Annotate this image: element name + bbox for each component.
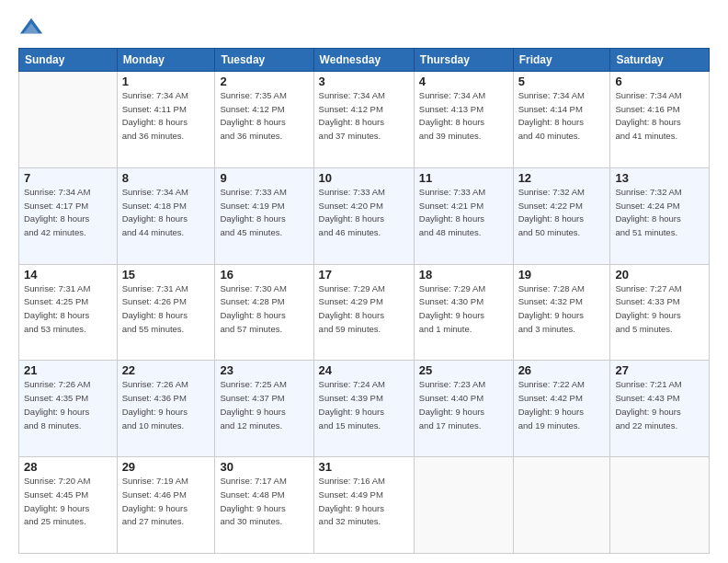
calendar-cell: 22Sunrise: 7:26 AM Sunset: 4:36 PM Dayli… <box>117 361 215 457</box>
calendar-cell <box>513 457 610 554</box>
calendar-cell: 30Sunrise: 7:17 AM Sunset: 4:48 PM Dayli… <box>215 457 313 554</box>
calendar-cell: 28Sunrise: 7:20 AM Sunset: 4:45 PM Dayli… <box>19 457 118 554</box>
calendar-cell: 9Sunrise: 7:33 AM Sunset: 4:19 PM Daylig… <box>215 167 313 264</box>
day-number: 3 <box>319 75 409 88</box>
calendar-cell: 3Sunrise: 7:34 AM Sunset: 4:12 PM Daylig… <box>313 72 414 168</box>
day-info: Sunrise: 7:31 AM Sunset: 4:25 PM Dayligh… <box>24 282 112 337</box>
day-number: 27 <box>615 363 704 377</box>
calendar-cell: 5Sunrise: 7:34 AM Sunset: 4:14 PM Daylig… <box>513 72 610 168</box>
day-number: 20 <box>615 268 704 282</box>
day-info: Sunrise: 7:28 AM Sunset: 4:32 PM Dayligh… <box>518 282 606 337</box>
day-number: 6 <box>615 75 704 88</box>
day-number: 29 <box>122 460 210 474</box>
calendar: SundayMondayTuesdayWednesdayThursdayFrid… <box>18 48 710 554</box>
calendar-header-row: SundayMondayTuesdayWednesdayThursdayFrid… <box>19 49 710 72</box>
day-info: Sunrise: 7:34 AM Sunset: 4:18 PM Dayligh… <box>122 186 210 240</box>
calendar-cell: 29Sunrise: 7:19 AM Sunset: 4:46 PM Dayli… <box>117 457 215 554</box>
day-info: Sunrise: 7:19 AM Sunset: 4:46 PM Dayligh… <box>122 475 210 529</box>
day-info: Sunrise: 7:16 AM Sunset: 4:49 PM Dayligh… <box>319 475 409 529</box>
calendar-cell: 4Sunrise: 7:34 AM Sunset: 4:13 PM Daylig… <box>414 72 513 168</box>
day-info: Sunrise: 7:34 AM Sunset: 4:14 PM Dayligh… <box>518 89 606 144</box>
day-info: Sunrise: 7:24 AM Sunset: 4:39 PM Dayligh… <box>319 378 409 432</box>
day-number: 2 <box>220 75 308 88</box>
calendar-header-tuesday: Tuesday <box>215 49 313 72</box>
calendar-cell: 21Sunrise: 7:26 AM Sunset: 4:35 PM Dayli… <box>19 361 118 457</box>
day-info: Sunrise: 7:34 AM Sunset: 4:12 PM Dayligh… <box>319 89 409 144</box>
calendar-cell: 18Sunrise: 7:29 AM Sunset: 4:30 PM Dayli… <box>414 264 513 361</box>
day-number: 4 <box>419 75 508 88</box>
day-number: 16 <box>220 268 308 282</box>
calendar-header-saturday: Saturday <box>610 49 710 72</box>
day-number: 1 <box>122 75 210 88</box>
calendar-cell: 12Sunrise: 7:32 AM Sunset: 4:22 PM Dayli… <box>513 167 610 264</box>
day-info: Sunrise: 7:33 AM Sunset: 4:19 PM Dayligh… <box>220 186 308 240</box>
day-info: Sunrise: 7:34 AM Sunset: 4:13 PM Dayligh… <box>419 89 508 144</box>
day-info: Sunrise: 7:33 AM Sunset: 4:20 PM Dayligh… <box>319 186 409 240</box>
calendar-week-row: 7Sunrise: 7:34 AM Sunset: 4:17 PM Daylig… <box>19 167 710 264</box>
calendar-cell: 25Sunrise: 7:23 AM Sunset: 4:40 PM Dayli… <box>414 361 513 457</box>
day-number: 8 <box>122 171 210 185</box>
calendar-cell: 7Sunrise: 7:34 AM Sunset: 4:17 PM Daylig… <box>19 167 118 264</box>
day-number: 12 <box>518 171 606 185</box>
calendar-cell: 10Sunrise: 7:33 AM Sunset: 4:20 PM Dayli… <box>313 167 414 264</box>
calendar-cell <box>19 72 118 168</box>
day-number: 13 <box>615 171 704 185</box>
day-number: 15 <box>122 268 210 282</box>
calendar-week-row: 28Sunrise: 7:20 AM Sunset: 4:45 PM Dayli… <box>19 457 710 554</box>
calendar-cell: 19Sunrise: 7:28 AM Sunset: 4:32 PM Dayli… <box>513 264 610 361</box>
calendar-cell: 23Sunrise: 7:25 AM Sunset: 4:37 PM Dayli… <box>215 361 313 457</box>
day-number: 24 <box>319 363 409 377</box>
calendar-cell: 27Sunrise: 7:21 AM Sunset: 4:43 PM Dayli… <box>610 361 710 457</box>
day-info: Sunrise: 7:34 AM Sunset: 4:11 PM Dayligh… <box>122 89 210 144</box>
day-info: Sunrise: 7:27 AM Sunset: 4:33 PM Dayligh… <box>615 282 704 337</box>
day-number: 25 <box>419 363 508 377</box>
day-number: 11 <box>419 171 508 185</box>
calendar-cell <box>414 457 513 554</box>
calendar-week-row: 21Sunrise: 7:26 AM Sunset: 4:35 PM Dayli… <box>19 361 710 457</box>
day-info: Sunrise: 7:20 AM Sunset: 4:45 PM Dayligh… <box>24 475 112 529</box>
day-info: Sunrise: 7:32 AM Sunset: 4:24 PM Dayligh… <box>615 186 704 240</box>
day-info: Sunrise: 7:34 AM Sunset: 4:16 PM Dayligh… <box>615 89 704 144</box>
calendar-cell: 20Sunrise: 7:27 AM Sunset: 4:33 PM Dayli… <box>610 264 710 361</box>
day-number: 9 <box>220 171 308 185</box>
day-number: 10 <box>319 171 409 185</box>
calendar-cell: 6Sunrise: 7:34 AM Sunset: 4:16 PM Daylig… <box>610 72 710 168</box>
calendar-cell: 14Sunrise: 7:31 AM Sunset: 4:25 PM Dayli… <box>19 264 118 361</box>
calendar-header-thursday: Thursday <box>414 49 513 72</box>
calendar-header-wednesday: Wednesday <box>313 49 414 72</box>
calendar-header-sunday: Sunday <box>19 49 118 72</box>
calendar-header-monday: Monday <box>117 49 215 72</box>
day-info: Sunrise: 7:23 AM Sunset: 4:40 PM Dayligh… <box>419 378 508 432</box>
day-info: Sunrise: 7:34 AM Sunset: 4:17 PM Dayligh… <box>24 186 112 240</box>
calendar-cell: 8Sunrise: 7:34 AM Sunset: 4:18 PM Daylig… <box>117 167 215 264</box>
day-number: 26 <box>518 363 606 377</box>
calendar-cell: 1Sunrise: 7:34 AM Sunset: 4:11 PM Daylig… <box>117 72 215 168</box>
day-number: 21 <box>24 363 112 377</box>
day-info: Sunrise: 7:29 AM Sunset: 4:29 PM Dayligh… <box>319 282 409 337</box>
day-number: 17 <box>319 268 409 282</box>
day-number: 28 <box>24 460 112 474</box>
day-number: 18 <box>419 268 508 282</box>
day-info: Sunrise: 7:32 AM Sunset: 4:22 PM Dayligh… <box>518 186 606 240</box>
calendar-cell: 26Sunrise: 7:22 AM Sunset: 4:42 PM Dayli… <box>513 361 610 457</box>
calendar-week-row: 1Sunrise: 7:34 AM Sunset: 4:11 PM Daylig… <box>19 72 710 168</box>
calendar-week-row: 14Sunrise: 7:31 AM Sunset: 4:25 PM Dayli… <box>19 264 710 361</box>
day-info: Sunrise: 7:25 AM Sunset: 4:37 PM Dayligh… <box>220 378 308 432</box>
calendar-cell: 31Sunrise: 7:16 AM Sunset: 4:49 PM Dayli… <box>313 457 414 554</box>
calendar-cell <box>610 457 710 554</box>
day-number: 31 <box>319 460 409 474</box>
calendar-cell: 24Sunrise: 7:24 AM Sunset: 4:39 PM Dayli… <box>313 361 414 457</box>
calendar-cell: 11Sunrise: 7:33 AM Sunset: 4:21 PM Dayli… <box>414 167 513 264</box>
day-number: 7 <box>24 171 112 185</box>
day-number: 14 <box>24 268 112 282</box>
page: SundayMondayTuesdayWednesdayThursdayFrid… <box>0 0 728 563</box>
calendar-header-friday: Friday <box>513 49 610 72</box>
calendar-cell: 13Sunrise: 7:32 AM Sunset: 4:24 PM Dayli… <box>610 167 710 264</box>
logo <box>18 15 48 40</box>
day-number: 5 <box>518 75 606 88</box>
day-info: Sunrise: 7:26 AM Sunset: 4:35 PM Dayligh… <box>24 378 112 432</box>
calendar-cell: 17Sunrise: 7:29 AM Sunset: 4:29 PM Dayli… <box>313 264 414 361</box>
day-number: 30 <box>220 460 308 474</box>
day-info: Sunrise: 7:35 AM Sunset: 4:12 PM Dayligh… <box>220 89 308 144</box>
calendar-cell: 2Sunrise: 7:35 AM Sunset: 4:12 PM Daylig… <box>215 72 313 168</box>
